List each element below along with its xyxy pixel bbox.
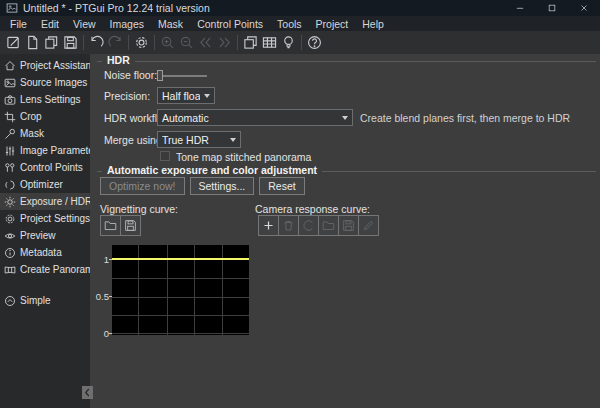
auto-exposure-group-title: Automatic exposure and color adjustment xyxy=(102,164,322,176)
optimize-now-button[interactable]: Optimize now! xyxy=(100,177,185,195)
next-image-button[interactable] xyxy=(215,33,234,52)
load-vignetting-button[interactable] xyxy=(100,215,121,236)
precision-select[interactable]: Half float xyxy=(157,87,215,104)
sidebar-item-optimizer[interactable]: Optimizer xyxy=(0,176,90,193)
chevron-down-icon xyxy=(230,138,236,142)
menu-images[interactable]: Images xyxy=(103,16,151,31)
sidebar-item-label: Mask xyxy=(20,128,44,139)
sidebar-item-control-points[interactable]: Control Points xyxy=(0,159,90,176)
camera-icon xyxy=(4,94,16,106)
sidebar-item-source-images[interactable]: Source Images xyxy=(0,74,90,91)
sidebar-item-crop[interactable]: Crop xyxy=(0,108,90,125)
add-response-curve-button[interactable] xyxy=(258,215,279,236)
panorama-editor-button[interactable] xyxy=(241,33,260,52)
zoom-out-button[interactable] xyxy=(177,33,196,52)
save-response-curve-button[interactable] xyxy=(338,215,359,236)
help-icon xyxy=(307,35,322,50)
reset-button[interactable]: Reset xyxy=(259,177,304,195)
sidebar-item-label: Metadata xyxy=(20,247,62,258)
sidebar-item-lens-settings[interactable]: Lens Settings xyxy=(0,91,90,108)
edit-response-curve-button[interactable] xyxy=(358,215,379,236)
new-project-button[interactable] xyxy=(4,33,23,52)
menu-view[interactable]: View xyxy=(66,16,103,31)
sidebar-item-simple[interactable]: Simple xyxy=(0,292,90,309)
title-bar: Untitled * - PTGui Pro 12.24 trial versi… xyxy=(0,0,600,16)
delete-response-curve-button[interactable] xyxy=(278,215,299,236)
previous-image-button[interactable] xyxy=(196,33,215,52)
noise-floor-label: Noise floor: xyxy=(104,69,157,81)
sidebar-item-preview[interactable]: Preview xyxy=(0,227,90,244)
menu-file[interactable]: File xyxy=(3,16,34,31)
sidebar-item-project-settings[interactable]: Project Settings xyxy=(0,210,90,227)
sidebar-item-mask[interactable]: Mask xyxy=(0,125,90,142)
help-button[interactable] xyxy=(305,33,324,52)
ytick-label: 0.5 xyxy=(92,291,109,302)
undo-icon xyxy=(89,35,104,50)
noise-floor-slider[interactable] xyxy=(157,70,207,81)
save-vignetting-button[interactable] xyxy=(120,215,141,236)
trash-icon xyxy=(282,219,295,232)
sidebar-item-label: Preview xyxy=(20,230,56,241)
next-image-icon xyxy=(217,35,232,50)
sidebar-item-label: Optimizer xyxy=(20,179,63,190)
redo-button[interactable] xyxy=(106,33,125,52)
tone-map-checkbox[interactable] xyxy=(160,151,170,161)
sidebar-item-create-panorama[interactable]: Create Panorama xyxy=(0,261,90,278)
menu-help[interactable]: Help xyxy=(355,16,391,31)
app-icon xyxy=(6,2,18,14)
folder-open-icon xyxy=(104,219,117,232)
open-project-button[interactable] xyxy=(23,33,42,52)
project-settings-button[interactable] xyxy=(132,33,151,52)
detail-viewer-icon xyxy=(262,35,277,50)
sidebar-item-image-parameters[interactable]: Image Parameters xyxy=(0,142,90,159)
ytick-label: 0 xyxy=(92,328,109,339)
vignetting-curve-tools xyxy=(100,215,140,236)
sidebar-item-label: Simple xyxy=(20,295,51,306)
menu-control-points[interactable]: Control Points xyxy=(190,16,270,31)
collapse-sidebar-button[interactable] xyxy=(82,386,93,399)
crop-icon xyxy=(4,111,16,123)
toolbar-separator xyxy=(83,35,84,50)
camera-response-curve-label: Camera response curve: xyxy=(255,203,370,215)
window-title: Untitled * - PTGui Pro 12.24 trial versi… xyxy=(23,2,504,14)
image-icon xyxy=(4,77,16,89)
undo-button[interactable] xyxy=(87,33,106,52)
minimize-button[interactable] xyxy=(504,0,536,16)
slider-thumb[interactable] xyxy=(157,70,163,81)
sidebar-item-metadata[interactable]: Metadata xyxy=(0,244,90,261)
chevron-down-icon xyxy=(342,116,348,120)
redo-icon xyxy=(108,35,123,50)
menu-tools[interactable]: Tools xyxy=(270,16,309,31)
sidebar-item-label: Control Points xyxy=(20,162,83,173)
merge-using-select[interactable]: True HDR xyxy=(157,131,241,148)
gear-icon xyxy=(4,213,16,225)
close-button[interactable] xyxy=(568,0,600,16)
sidebar-item-project-assistant[interactable]: Project Assistant xyxy=(0,57,90,74)
reset-response-curve-button[interactable] xyxy=(298,215,319,236)
save-button[interactable] xyxy=(61,33,80,52)
toolbar-separator xyxy=(301,35,302,50)
precision-label: Precision: xyxy=(104,90,150,102)
save-as-button[interactable] xyxy=(42,33,61,52)
auto-exposure-buttons: Optimize now! Settings... Reset xyxy=(100,177,305,195)
sidebar-item-label: Lens Settings xyxy=(20,94,81,105)
control-point-assistant-button[interactable] xyxy=(279,33,298,52)
merge-using-value: True HDR xyxy=(162,134,226,146)
hdr-workflow-select[interactable]: Automatic xyxy=(157,109,353,126)
menu-project[interactable]: Project xyxy=(309,16,356,31)
hdr-workflow-description: Create blend planes first, then merge to… xyxy=(360,112,570,124)
sidebar-item-exposure-hdr[interactable]: Exposure / HDR xyxy=(0,193,90,210)
menu-mask[interactable]: Mask xyxy=(151,16,190,31)
toolbar-separator xyxy=(237,35,238,50)
settings-button[interactable]: Settings... xyxy=(190,177,255,195)
maximize-button[interactable] xyxy=(536,0,568,16)
menu-edit[interactable]: Edit xyxy=(34,16,66,31)
tone-map-label: Tone map stitched panorama xyxy=(176,151,311,163)
zoom-in-button[interactable] xyxy=(158,33,177,52)
detail-viewer-button[interactable] xyxy=(260,33,279,52)
zoom-out-icon xyxy=(179,35,194,50)
load-response-curve-button[interactable] xyxy=(318,215,339,236)
chevron-down-icon xyxy=(204,94,210,98)
folder-open-icon xyxy=(322,219,335,232)
ytick-label: 1 xyxy=(92,254,109,265)
